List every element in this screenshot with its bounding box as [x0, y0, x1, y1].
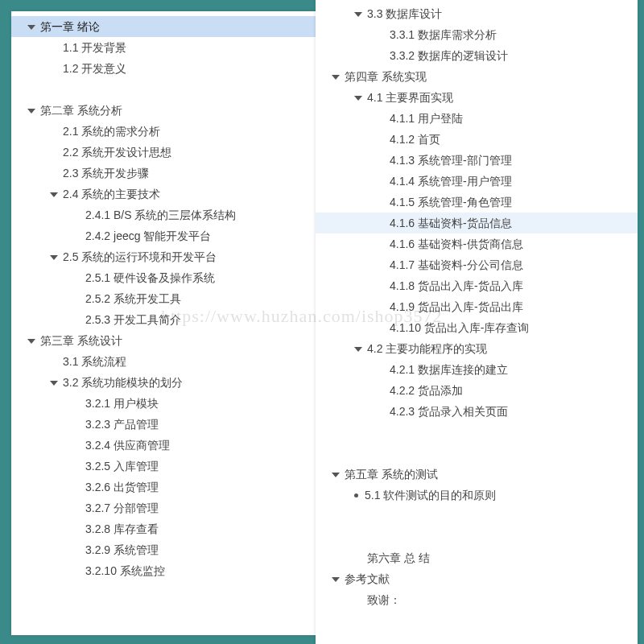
outline-row[interactable]: 4.1.9 货品出入库-货品出库	[316, 296, 638, 317]
indent-spacer	[377, 303, 385, 311]
indent-spacer	[377, 386, 385, 394]
outline-row[interactable]: 4.1.6 基础资料-供货商信息	[316, 233, 638, 254]
outline-row[interactable]: 4.1.3 系统管理-部门管理	[316, 150, 638, 171]
outline-row[interactable]: 4.1.1 用户登陆	[316, 108, 638, 129]
outline-label: 4.1.2 首页	[390, 129, 440, 150]
outline-row[interactable]: 3.3.1 数据库需求分析	[316, 24, 638, 45]
outline-row[interactable]: 第一章 绪论	[11, 16, 317, 37]
outline-row[interactable]: 5.1 软件测试的目的和原则	[316, 485, 638, 506]
outline-row[interactable]: 2.4.2 jeecg 智能开发平台	[11, 225, 317, 246]
outline-row[interactable]: 4.2.2 货品添加	[316, 380, 638, 401]
outline-row[interactable]: 3.2.3 产品管理	[11, 414, 317, 435]
indent-spacer	[354, 596, 362, 604]
outline-label: 4.1.5 系统管理-角色管理	[390, 192, 512, 213]
outline-row[interactable]: 3.2.10 系统监控	[11, 560, 317, 581]
outline-label: 3.2.6 出货管理	[85, 477, 159, 497]
outline-row[interactable]: 3.2 系统功能模块的划分	[11, 372, 317, 393]
outline-label: 4.1.10 货品出入库-库存查询	[390, 317, 529, 338]
outline-row[interactable]: 4.1.10 货品出入库-库存查询	[316, 317, 638, 338]
outline-label: 2.4 系统的主要技术	[63, 184, 160, 204]
outline-row[interactable]: 3.2.4 供应商管理	[11, 435, 317, 456]
outline-label: 3.2.7 分部管理	[85, 497, 159, 518]
outline-label: 4.1.1 用户登陆	[390, 108, 463, 129]
outline-label: 4.1.6 基础资料-货品信息	[390, 213, 512, 233]
indent-spacer	[377, 219, 385, 227]
outline-row[interactable]: 4.1.6 基础资料-货品信息	[316, 213, 638, 233]
outline-row[interactable]: 参考文献	[316, 568, 638, 589]
outline-row[interactable]: 4.1.7 基础资料-分公司信息	[316, 254, 638, 275]
outline-row[interactable]: 3.2.5 入库管理	[11, 456, 317, 477]
outline-row[interactable]	[11, 79, 317, 100]
indent-spacer	[27, 85, 35, 93]
outline-row[interactable]: 4.2.1 数据库连接的建立	[316, 359, 638, 380]
outline-row[interactable]: 2.1 系统的需求分析	[11, 121, 317, 142]
outline-row[interactable]: 3.2.7 分部管理	[11, 497, 317, 518]
outline-row[interactable]: 2.5.3 开发工具简介	[11, 309, 317, 330]
indent-spacer	[332, 449, 340, 457]
outline-right-pane: 3.3 数据库设计3.3.1 数据库需求分析3.3.2 数据库的逻辑设计第四章 …	[316, 0, 638, 644]
indent-spacer	[72, 546, 80, 554]
outline-row[interactable]: 1.2 开发意义	[11, 58, 317, 79]
outline-row[interactable]: 4.1.2 首页	[316, 129, 638, 150]
outline-row[interactable]: 4.2.3 货品录入相关页面	[316, 401, 638, 422]
outline-row[interactable]: 4.1 主要界面实现	[316, 87, 638, 108]
expand-arrow-icon	[50, 192, 58, 197]
indent-spacer	[377, 324, 385, 332]
indent-spacer	[72, 232, 80, 240]
indent-spacer	[50, 64, 58, 72]
expand-arrow-icon	[27, 109, 35, 114]
outline-row[interactable]: 4.1.5 系统管理-角色管理	[316, 192, 638, 213]
outline-row[interactable]: 2.5.2 系统开发工具	[11, 288, 317, 309]
outline-label: 2.4.1 B/S 系统的三层体系结构	[85, 204, 236, 225]
outline-label: 4.1.6 基础资料-供货商信息	[390, 233, 523, 254]
outline-label: 3.3.2 数据库的逻辑设计	[390, 45, 508, 66]
outline-row[interactable]: 致谢：	[316, 589, 638, 610]
outline-row[interactable]	[316, 443, 638, 464]
expand-arrow-icon	[332, 75, 340, 80]
outline-row[interactable]: 2.2 系统开发设计思想	[11, 142, 317, 163]
outline-row[interactable]: 第三章 系统设计	[11, 330, 317, 351]
indent-spacer	[377, 156, 385, 164]
outline-row[interactable]: 3.3.2 数据库的逻辑设计	[316, 45, 638, 66]
indent-spacer	[377, 135, 385, 143]
outline-row[interactable]: 2.5 系统的运行环境和开发平台	[11, 246, 317, 267]
outline-row[interactable]: 第四章 系统实现	[316, 66, 638, 87]
outline-label: 1.2 开发意义	[63, 58, 126, 79]
indent-spacer	[72, 525, 80, 533]
outline-row[interactable]	[316, 422, 638, 443]
outline-row[interactable]: 2.3 系统开发步骤	[11, 163, 317, 184]
outline-row[interactable]: 1.1 开发背景	[11, 37, 317, 58]
outline-row[interactable]: 第六章 总 结	[316, 547, 638, 568]
outline-row[interactable]: 3.3 数据库设计	[316, 3, 638, 24]
outline-label: 2.2 系统开发设计思想	[63, 142, 171, 163]
outline-row[interactable]: 2.4 系统的主要技术	[11, 184, 317, 204]
indent-spacer	[72, 462, 80, 470]
indent-spacer	[72, 211, 80, 219]
indent-spacer	[377, 261, 385, 269]
outline-row[interactable]: 3.1 系统流程	[11, 351, 317, 372]
outline-row[interactable]: 4.1.4 系统管理-用户管理	[316, 171, 638, 192]
outline-label: 2.5.1 硬件设备及操作系统	[85, 267, 215, 288]
outline-label: 3.2.9 系统管理	[85, 539, 159, 560]
outline-row[interactable]: 4.1.8 货品出入库-货品入库	[316, 275, 638, 296]
outline-row[interactable]	[316, 526, 638, 547]
outline-row[interactable]: 3.2.9 系统管理	[11, 539, 317, 560]
outline-row[interactable]: 2.4.1 B/S 系统的三层体系结构	[11, 204, 317, 225]
outline-row[interactable]: 3.2.6 出货管理	[11, 477, 317, 497]
indent-spacer	[377, 31, 385, 39]
indent-spacer	[50, 43, 58, 52]
outline-label: 2.5.3 开发工具简介	[85, 309, 181, 330]
outline-label: 第二章 系统分析	[40, 100, 122, 121]
outline-row[interactable]	[316, 506, 638, 526]
outline-row[interactable]: 第五章 系统的测试	[316, 464, 638, 485]
outline-label: 2.5 系统的运行环境和开发平台	[63, 246, 217, 267]
expand-arrow-icon	[27, 25, 35, 30]
outline-row[interactable]: 3.2.1 用户模块	[11, 393, 317, 414]
outline-label: 第一章 绪论	[40, 16, 100, 37]
expand-arrow-icon	[354, 347, 362, 352]
outline-label: 4.1.3 系统管理-部门管理	[390, 150, 512, 171]
outline-row[interactable]: 第二章 系统分析	[11, 100, 317, 121]
outline-row[interactable]: 4.2 主要功能程序的实现	[316, 338, 638, 359]
outline-row[interactable]: 2.5.1 硬件设备及操作系统	[11, 267, 317, 288]
outline-row[interactable]: 3.2.8 库存查看	[11, 518, 317, 539]
